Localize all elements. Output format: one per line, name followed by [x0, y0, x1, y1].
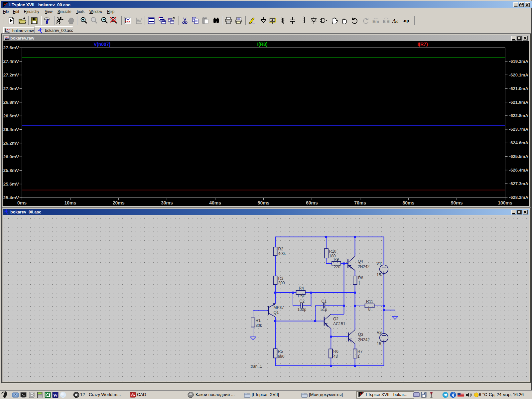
svg-text:100p: 100p: [298, 307, 307, 312]
svg-text:26.4mV: 26.4mV: [3, 127, 19, 132]
svg-text:W: W: [53, 393, 58, 398]
svg-text:-619.2mA: -619.2mA: [509, 59, 528, 64]
svg-text:-628.2mA: -628.2mA: [509, 195, 528, 200]
svg-text:10ms: 10ms: [64, 200, 76, 205]
svg-text:R9: R9: [334, 257, 339, 262]
svg-text:1.5k: 1.5k: [297, 294, 305, 298]
svg-text:27.6mV: 27.6mV: [3, 45, 19, 50]
svg-text:R2: R2: [278, 247, 284, 251]
svg-text:200: 200: [278, 281, 285, 285]
svg-text:-624.6mA: -624.6mA: [509, 140, 528, 145]
svg-text:V2: V2: [377, 330, 382, 335]
svg-text:-626.4mA: -626.4mA: [509, 168, 528, 173]
svg-text:70ms: 70ms: [354, 200, 366, 205]
svg-text:C1: C1: [322, 299, 327, 304]
svg-text:25.4mV: 25.4mV: [3, 195, 19, 200]
svg-text:1: 1: [357, 354, 360, 359]
svg-text:-621.9mA: -621.9mA: [509, 99, 528, 104]
svg-text:220: 220: [334, 265, 340, 269]
svg-text:C2: C2: [300, 299, 305, 304]
svg-text:40ms: 40ms: [209, 200, 221, 205]
svg-text:R11: R11: [366, 299, 373, 304]
svg-text:R7: R7: [357, 349, 363, 354]
svg-text:a: a: [396, 19, 399, 24]
svg-text:-620.1mA: -620.1mA: [509, 72, 528, 77]
svg-text:R1: R1: [256, 318, 261, 323]
svg-text:8.: 8.: [368, 307, 372, 312]
svg-text:26.0mV: 26.0mV: [3, 154, 19, 159]
svg-text:R8: R8: [358, 276, 363, 280]
svg-text:100ms: 100ms: [498, 200, 512, 205]
svg-text:AC151: AC151: [333, 322, 345, 326]
svg-text:Q1: Q1: [274, 310, 279, 315]
svg-text:1: 1: [358, 281, 360, 285]
svg-text:26.6mV: 26.6mV: [3, 113, 19, 118]
svg-text:Q3: Q3: [358, 332, 363, 337]
svg-text:26.2mV: 26.2mV: [3, 141, 19, 146]
svg-text:27.4mV: 27.4mV: [3, 59, 19, 64]
svg-text:25.6mV: 25.6mV: [3, 182, 19, 187]
svg-text:V1: V1: [376, 261, 381, 266]
svg-text:R6: R6: [333, 349, 339, 354]
svg-text:R10: R10: [329, 249, 336, 254]
svg-text:80ms: 80ms: [402, 200, 414, 205]
svg-text:Q2: Q2: [333, 317, 338, 321]
svg-text:R4: R4: [299, 286, 304, 291]
svg-text:A: A: [271, 19, 274, 22]
svg-text:30ms: 30ms: [161, 200, 173, 205]
svg-text:I(R8): I(R8): [257, 42, 267, 47]
svg-text:-623.7mA: -623.7mA: [509, 127, 528, 132]
svg-text:51p: 51p: [321, 307, 327, 312]
svg-text:4.3k: 4.3k: [278, 251, 286, 256]
svg-text:20ms: 20ms: [113, 200, 125, 205]
svg-text:.tran .1: .tran .1: [250, 364, 262, 369]
svg-text:MP37: MP37: [274, 305, 284, 310]
svg-text:2N242: 2N242: [358, 264, 370, 269]
svg-text:43: 43: [333, 354, 338, 359]
svg-text:50ms: 50ms: [258, 200, 270, 205]
svg-text:90ms: 90ms: [451, 200, 463, 205]
svg-text:25.8mV: 25.8mV: [3, 168, 19, 173]
svg-text:Em: Em: [372, 19, 379, 24]
svg-text:680: 680: [278, 354, 285, 359]
svg-text:30k: 30k: [256, 323, 262, 328]
svg-text:I(R7): I(R7): [417, 42, 428, 47]
svg-text:-627.3mA: -627.3mA: [509, 181, 528, 186]
svg-text:-621.0mA: -621.0mA: [509, 86, 528, 91]
svg-text:R3: R3: [278, 276, 284, 281]
svg-text:-625.5mA: -625.5mA: [509, 154, 528, 159]
svg-text:E: E: [383, 19, 386, 24]
svg-text:15: 15: [377, 341, 381, 346]
svg-text:15: 15: [377, 273, 381, 277]
svg-text:27.2mV: 27.2mV: [3, 72, 19, 77]
svg-text:27.0mV: 27.0mV: [3, 86, 19, 91]
svg-text:A: A: [392, 18, 396, 24]
svg-text:E: E: [387, 19, 390, 24]
svg-text:Q4: Q4: [358, 259, 363, 264]
svg-text:2N242: 2N242: [358, 337, 370, 342]
svg-text:V(n007): V(n007): [94, 42, 111, 47]
svg-text:R5: R5: [278, 349, 283, 354]
svg-text:0ms: 0ms: [17, 200, 27, 205]
svg-text:60ms: 60ms: [306, 200, 318, 205]
svg-text:26.8mV: 26.8mV: [3, 100, 19, 105]
svg-text:-622.8mA: -622.8mA: [509, 113, 528, 118]
svg-text:.op: .op: [403, 18, 409, 23]
